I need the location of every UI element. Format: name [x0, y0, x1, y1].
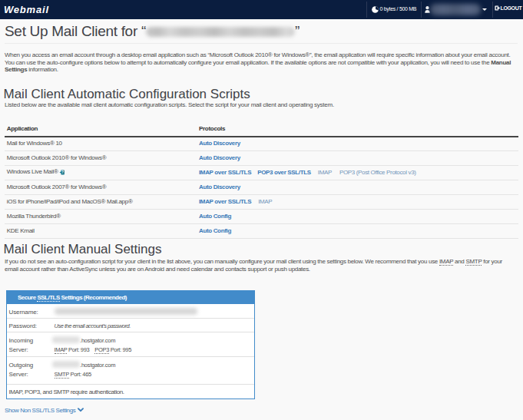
svg-text:?: ?: [61, 170, 63, 174]
